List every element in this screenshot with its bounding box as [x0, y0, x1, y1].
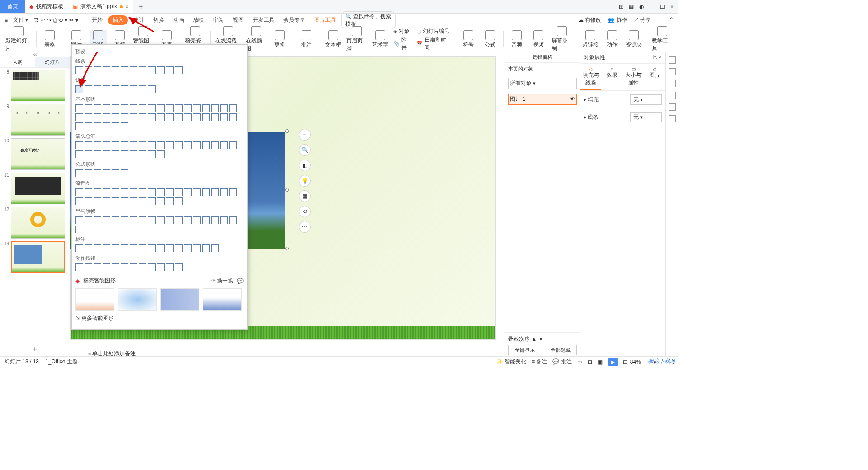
shape-option[interactable]: [139, 85, 146, 93]
shape-option[interactable]: [157, 188, 165, 196]
shape-option[interactable]: [121, 188, 128, 196]
thumb-12[interactable]: 12: [2, 207, 68, 239]
shape-option[interactable]: [103, 169, 110, 177]
shape-option[interactable]: [85, 66, 92, 74]
menu-view[interactable]: 视图: [229, 14, 247, 26]
sidecol-icon-5[interactable]: [669, 103, 676, 111]
layout-tool-icon[interactable]: ▦: [299, 190, 311, 202]
shape-option[interactable]: [130, 104, 137, 112]
shape-option[interactable]: [121, 113, 128, 121]
shape-option[interactable]: [202, 244, 210, 252]
shape-option[interactable]: [202, 113, 210, 121]
shape-option[interactable]: [103, 197, 110, 205]
shape-option[interactable]: [139, 188, 146, 196]
hide-all-button[interactable]: 全部隐藏: [544, 345, 577, 355]
shape-option[interactable]: [75, 141, 83, 149]
ribbon-respack[interactable]: 资源夹: [625, 30, 642, 49]
view-sorter-icon[interactable]: ⊞: [588, 359, 592, 365]
shape-option[interactable]: [166, 188, 174, 196]
shape-option[interactable]: [166, 113, 174, 121]
zoom-in-icon[interactable]: 🔍: [299, 144, 311, 156]
shape-option[interactable]: [112, 122, 119, 130]
sidecol-icon-3[interactable]: [669, 80, 676, 87]
close-window-icon[interactable]: ×: [670, 4, 674, 10]
shape-option[interactable]: [139, 216, 146, 224]
menu-design[interactable]: 设计: [130, 14, 148, 26]
ribbon-more[interactable]: 更多: [271, 30, 288, 49]
menu-member[interactable]: 会员专享: [280, 14, 309, 26]
apps-icon[interactable]: ▦: [629, 4, 634, 10]
shape-option[interactable]: [112, 216, 119, 224]
menu-start[interactable]: 开始: [88, 14, 106, 26]
shape-option[interactable]: [220, 113, 228, 121]
shape-option[interactable]: [121, 104, 128, 112]
shape-option[interactable]: [229, 188, 237, 196]
shape-option[interactable]: [220, 141, 228, 149]
shape-option[interactable]: [112, 85, 119, 93]
shape-option[interactable]: [130, 85, 137, 93]
tab-picture[interactable]: ▱图片: [644, 64, 665, 90]
shape-option[interactable]: [166, 197, 174, 205]
shape-option[interactable]: [139, 113, 146, 121]
view-normal-icon[interactable]: ▭: [577, 359, 582, 365]
shape-option[interactable]: [148, 113, 156, 121]
tab-effect[interactable]: ○效果: [601, 64, 623, 90]
shape-option[interactable]: [75, 104, 83, 112]
shape-option[interactable]: [112, 244, 119, 252]
zoom-fit-icon[interactable]: ⊡: [623, 359, 627, 365]
ribbon-attach[interactable]: 📎 附件: [393, 36, 411, 52]
shape-option[interactable]: [184, 216, 192, 224]
shape-option[interactable]: [193, 216, 201, 224]
shape-option[interactable]: [103, 85, 110, 93]
shape-option[interactable]: [157, 216, 165, 224]
shape-option[interactable]: [75, 226, 83, 233]
arrow-up-icon[interactable]: ▲: [531, 336, 537, 342]
minimize-icon[interactable]: —: [649, 4, 655, 10]
shape-option[interactable]: [229, 216, 237, 224]
shape-option[interactable]: [112, 263, 119, 271]
shape-option[interactable]: [184, 113, 192, 121]
shape-option[interactable]: [175, 104, 183, 112]
shape-option[interactable]: [94, 113, 101, 121]
shape-option[interactable]: [166, 66, 174, 74]
thumb-8[interactable]: 8███████████████████████████████████████…: [2, 70, 68, 101]
shape-option[interactable]: [94, 66, 101, 74]
tab-fill-line[interactable]: ◇填充与线条: [580, 64, 601, 90]
shape-option[interactable]: [166, 141, 174, 149]
shape-option[interactable]: [211, 104, 219, 112]
shape-option[interactable]: [184, 141, 192, 149]
shape-option[interactable]: [130, 216, 137, 224]
shape-option[interactable]: [103, 66, 110, 74]
maximize-icon[interactable]: ☐: [660, 4, 665, 10]
add-slide-button[interactable]: +: [0, 341, 70, 358]
shape-option[interactable]: [121, 244, 128, 252]
shape-option[interactable]: [211, 188, 219, 196]
shape-option[interactable]: [130, 113, 137, 121]
ribbon-teach[interactable]: 教学工具: [652, 26, 673, 52]
ribbon-symbol[interactable]: 符号: [460, 30, 477, 49]
shape-option[interactable]: [139, 141, 146, 149]
redo-icon[interactable]: ↷: [47, 17, 52, 24]
selection-item[interactable]: 图片 1👁: [508, 94, 577, 105]
ribbon-comment[interactable]: 批注: [298, 30, 315, 49]
shape-option[interactable]: [112, 197, 119, 205]
share-button[interactable]: ↗ 分享: [633, 16, 651, 24]
status-repair[interactable]: ☁ 有修改: [578, 16, 601, 24]
ribbon-table[interactable]: 表格: [41, 30, 58, 49]
shape-option[interactable]: [103, 216, 110, 224]
shape-option[interactable]: [148, 188, 156, 196]
shape-option[interactable]: [157, 66, 165, 74]
status-notes[interactable]: ≡ 备注: [532, 358, 547, 366]
shape-option[interactable]: [75, 85, 83, 93]
view-slideshow-icon[interactable]: ▶: [608, 358, 618, 366]
shape-option[interactable]: [157, 141, 165, 149]
shape-option[interactable]: [75, 113, 83, 121]
replace-icon[interactable]: ⟲: [299, 206, 311, 217]
ribbon-audio[interactable]: 音频: [508, 30, 525, 49]
shape-option[interactable]: [112, 150, 119, 158]
smart-card-4[interactable]: [203, 288, 242, 311]
shape-option[interactable]: [157, 263, 165, 271]
shape-option[interactable]: [75, 244, 83, 252]
shape-option[interactable]: [139, 150, 146, 158]
ribbon-wordart[interactable]: 艺术字: [372, 30, 389, 49]
